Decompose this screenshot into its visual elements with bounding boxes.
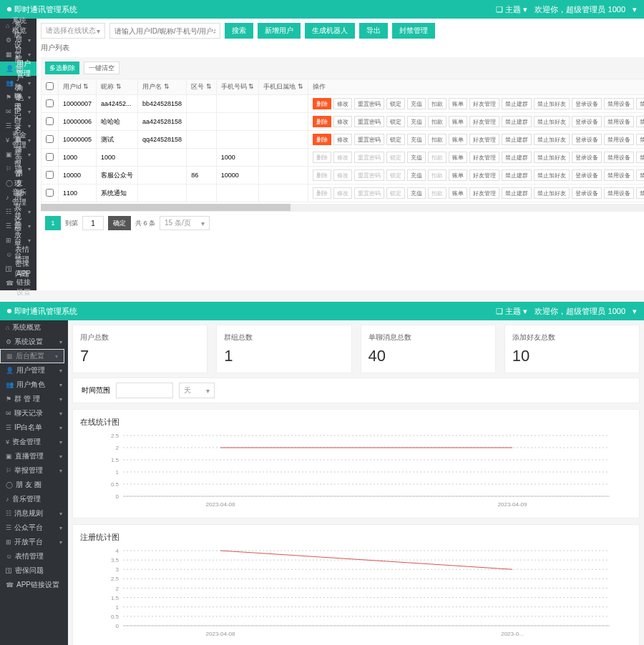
op-deduct[interactable]: 扣款 [428, 98, 447, 109]
sidebar-item[interactable]: ▦后台配置▾ [0, 349, 64, 363]
sidebar-item[interactable]: ⊞开放平台▾ [0, 535, 68, 549]
search-button[interactable]: 搜索 [225, 23, 253, 39]
op-disable[interactable]: 禁用设备 [604, 152, 634, 163]
op-recharge[interactable]: 充值 [407, 116, 426, 127]
op-friend[interactable]: 好友管理 [469, 134, 499, 145]
multi-delete-button[interactable]: 多选删除 [45, 61, 79, 74]
sidebar-item[interactable]: ⚑群 管 理▾ [0, 392, 68, 406]
op-recharge[interactable]: 充值 [407, 98, 426, 109]
op-disable[interactable]: 禁用设备 [604, 134, 634, 145]
op-bill[interactable]: 账单 [449, 187, 467, 199]
page-1[interactable]: 1 [45, 216, 61, 230]
op-disable[interactable]: 禁用设备 [604, 116, 634, 127]
sidebar-item[interactable]: ♪音乐管理 [0, 492, 68, 506]
op-device[interactable]: 登录设备 [572, 152, 602, 163]
op-noadd[interactable]: 禁止加好友 [534, 152, 570, 163]
op-friend[interactable]: 好友管理 [469, 152, 499, 163]
user-menu-caret-icon[interactable]: ▾ [633, 307, 637, 316]
sidebar-item[interactable]: ⌂系统概览 [0, 320, 68, 335]
select-all-checkbox[interactable] [46, 82, 54, 90]
row-checkbox[interactable] [46, 135, 54, 143]
search-input[interactable] [109, 23, 220, 39]
op-banip[interactable]: 禁用IP [636, 134, 644, 145]
op-lock[interactable]: 锁定 [386, 98, 405, 109]
op-pwd[interactable]: 重置密码 [354, 98, 384, 109]
new-user-button[interactable]: 新增用户 [258, 23, 301, 39]
col-id[interactable]: 用户Id ⇅ [59, 79, 97, 95]
op-banip[interactable]: 禁用IP [636, 116, 644, 127]
op-bill[interactable]: 账单 [449, 152, 467, 163]
op-deduct[interactable]: 扣款 [428, 116, 447, 127]
time-unit-select[interactable]: 天▾ [179, 383, 215, 398]
row-checkbox[interactable] [46, 99, 54, 107]
status-select[interactable]: 请选择在线状态▾ [41, 23, 105, 39]
op-recharge[interactable]: 充值 [407, 169, 426, 181]
op-lock[interactable]: 锁定 [386, 116, 405, 127]
row-checkbox[interactable] [46, 171, 54, 179]
op-disable[interactable]: 禁用设备 [604, 187, 634, 199]
op-noadd[interactable]: 禁止加好友 [534, 134, 570, 145]
sidebar-item[interactable]: ✉聊天记录▾ [0, 406, 68, 420]
ban-mgmt-button[interactable]: 封禁管理 [392, 23, 435, 39]
op-nogroup[interactable]: 禁止建群 [502, 134, 532, 145]
op-device[interactable]: 登录设备 [572, 116, 602, 127]
op-banip[interactable]: 禁用IP [636, 187, 644, 199]
op-device[interactable]: 登录设备 [572, 187, 602, 199]
op-friend[interactable]: 好友管理 [469, 116, 499, 127]
sidebar-item[interactable]: ⚐举报管理▾ [0, 463, 68, 478]
op-recharge[interactable]: 充值 [407, 134, 426, 145]
sidebar-item[interactable]: ☷消息规则▾ [0, 506, 68, 521]
op-mod[interactable]: 修改 [333, 98, 352, 109]
sidebar-item[interactable]: 👥用户角色▾ [0, 378, 68, 392]
col-loc[interactable]: 手机归属地 ⇅ [259, 79, 308, 95]
op-banip[interactable]: 禁用IP [636, 98, 644, 109]
clear-all-button[interactable]: 一键清空 [84, 61, 119, 74]
op-noadd[interactable]: 禁止加好友 [534, 116, 570, 127]
theme-switcher[interactable]: ❏ 主题 ▾ [496, 306, 527, 317]
sidebar-item[interactable]: ☰公众平台▾ [0, 521, 68, 535]
sidebar-item[interactable]: ⚙系统设置▾ [0, 335, 68, 349]
row-checkbox[interactable] [46, 117, 54, 125]
sidebar-item[interactable]: ☺表情管理 [0, 549, 68, 563]
op-nogroup[interactable]: 禁止建群 [502, 169, 532, 181]
row-checkbox[interactable] [46, 153, 54, 161]
op-del[interactable]: 删除 [313, 98, 331, 109]
op-nogroup[interactable]: 禁止建群 [502, 98, 532, 109]
horizontal-scrollbar[interactable] [41, 204, 644, 211]
sidebar-item[interactable]: ☰IP白名单▾ [0, 420, 68, 435]
export-button[interactable]: 导出 [359, 23, 388, 39]
op-device[interactable]: 登录设备 [572, 134, 602, 145]
op-mod[interactable]: 修改 [333, 116, 352, 127]
op-friend[interactable]: 好友管理 [469, 169, 499, 181]
col-area[interactable]: 区号 ⇅ [187, 79, 217, 95]
gen-robot-button[interactable]: 生成机器人 [305, 23, 355, 39]
op-mod[interactable]: 修改 [333, 134, 352, 145]
op-del[interactable]: 删除 [313, 134, 331, 145]
goto-input[interactable] [82, 216, 104, 230]
op-banip[interactable]: 禁用IP [636, 152, 644, 163]
op-friend[interactable]: 好友管理 [469, 187, 499, 199]
op-nogroup[interactable]: 禁止建群 [502, 152, 532, 163]
sidebar-item[interactable]: ☎APP链接设置 [0, 578, 68, 592]
op-del[interactable]: 删除 [313, 116, 331, 127]
sidebar-item[interactable]: ▣直播管理▾ [0, 449, 68, 463]
op-nogroup[interactable]: 禁止建群 [502, 187, 532, 199]
timerange-input[interactable] [116, 383, 173, 398]
sidebar-item[interactable]: ¥资金管理▾ [0, 435, 68, 449]
op-pwd[interactable]: 重置密码 [354, 134, 384, 145]
op-banip[interactable]: 禁用IP [636, 169, 644, 181]
page-size-select[interactable]: 15 条/页▾ [160, 216, 210, 230]
op-recharge[interactable]: 充值 [407, 187, 426, 199]
op-disable[interactable]: 禁用设备 [604, 169, 634, 181]
op-pwd[interactable]: 重置密码 [354, 116, 384, 127]
sidebar-item[interactable]: ☎APP链接设置 [0, 276, 36, 290]
op-lock[interactable]: 锁定 [386, 134, 405, 145]
op-noadd[interactable]: 禁止加好友 [534, 98, 570, 109]
goto-confirm[interactable]: 确定 [108, 216, 131, 230]
op-device[interactable]: 登录设备 [572, 98, 602, 109]
col-nick[interactable]: 昵称 ⇅ [97, 79, 138, 95]
op-device[interactable]: 登录设备 [572, 169, 602, 181]
op-noadd[interactable]: 禁止加好友 [534, 187, 570, 199]
op-deduct[interactable]: 扣款 [428, 134, 447, 145]
op-nogroup[interactable]: 禁止建群 [502, 116, 532, 127]
